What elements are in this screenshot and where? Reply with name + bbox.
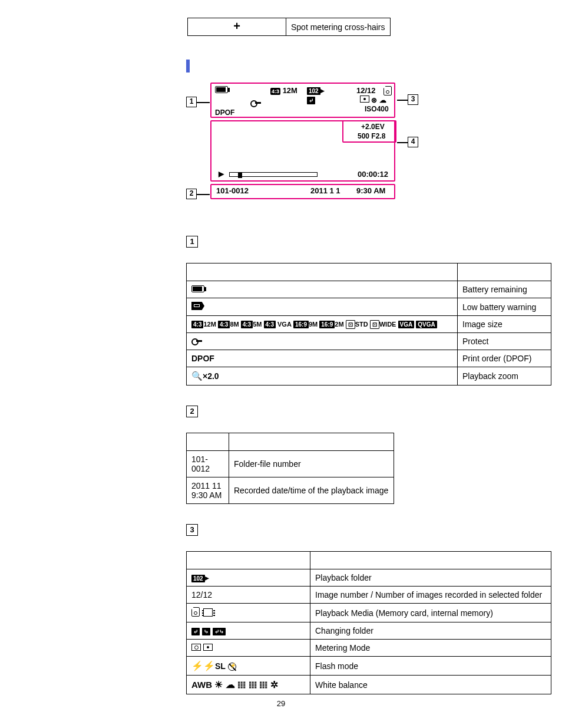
flash-mode-icons: ⚡⚡SL xyxy=(187,657,310,676)
page-number: 29 xyxy=(12,699,550,708)
clock: 9:30 AM xyxy=(356,186,385,195)
changing-folder-icon: ⤶ xyxy=(307,95,315,104)
playback-media-desc: Playback Media (Memory card, internal me… xyxy=(310,604,551,622)
image-size-label: 4:3 12M xyxy=(270,86,297,95)
play-icon: ▶ xyxy=(219,170,224,178)
playback-screen-diagram: 1 2 3 4 4:3 12M 102▸ 12/12 ⤶ ⊛ ☁ ISO400 … xyxy=(186,80,410,210)
dpof-desc: Print order (DPOF) xyxy=(458,350,551,367)
elapsed-time: 00:00:12 xyxy=(358,170,388,179)
protect-icon xyxy=(250,99,261,108)
date: 2011 1 1 xyxy=(310,186,340,195)
callout-2: 2 xyxy=(186,189,197,199)
white-balance-desc: White balance xyxy=(310,676,551,694)
callout-4: 4 xyxy=(408,137,418,147)
folder-file: 101-0012 xyxy=(216,186,249,195)
dpof-cell: DPOF xyxy=(187,350,458,367)
protect-icon-cell xyxy=(187,333,458,350)
progress-bar xyxy=(229,172,318,177)
datetime-desc: Recorded date/time of the playback image xyxy=(229,477,394,504)
zoom-desc: Playback zoom xyxy=(458,367,551,386)
callout-3: 3 xyxy=(408,94,418,105)
metering-mode-desc: Metering Mode xyxy=(310,640,551,657)
battery-desc: Battery remaining xyxy=(458,281,551,298)
low-battery-icon-cell xyxy=(187,298,458,316)
low-battery-desc: Low battery warning xyxy=(458,298,551,316)
section-marker xyxy=(186,60,190,73)
flash-mode-desc: Flash mode xyxy=(310,657,551,676)
section-1-table: Battery remaining Low battery warning 4:… xyxy=(186,263,551,386)
metering-flash-icons: ⊛ ☁ xyxy=(358,95,386,104)
dpof-label: DPOF xyxy=(215,108,234,117)
spot-metering-row: + Spot metering cross-hairs xyxy=(187,18,391,36)
protect-desc: Protect xyxy=(458,333,551,350)
folder-icon: 102▸ xyxy=(307,86,325,95)
changing-folder-icons: ⤶ ⤷ ⤶⤷ xyxy=(187,622,310,640)
battery-icon-cell xyxy=(187,281,458,298)
section-2-marker: 2 xyxy=(186,406,198,417)
image-number-value: 12/12 xyxy=(187,587,310,604)
ev-label: +2.0EV xyxy=(361,123,385,131)
folder-file-value: 101-0012 xyxy=(187,451,229,477)
image-size-icons: 4:312M 4:38M 4:35M 4:3 VGA 16:99M 16:92M… xyxy=(187,316,458,333)
spot-metering-desc: Spot metering cross-hairs xyxy=(286,18,391,36)
metering-mode-icons xyxy=(187,640,310,657)
folder-file-desc: Folder-file number xyxy=(229,451,394,477)
zoom-cell: 🔍×2.0 xyxy=(187,367,458,386)
callout-1: 1 xyxy=(186,97,197,107)
section-3-table: 102▸ Playback folder 12/12 Image number … xyxy=(186,551,551,694)
changing-folder-desc: Changing folder xyxy=(310,622,551,640)
section-2-table: 101-0012 Folder-file number 2011 11 9:30… xyxy=(186,433,394,504)
section-1-marker: 1 xyxy=(186,236,198,248)
playback-folder-desc: Playback folder xyxy=(310,569,551,587)
white-balance-icons: AWB ☀ ☁ 𝍖 𝍖 𝍖 ✲ xyxy=(187,676,310,694)
iso-label: ISO400 xyxy=(365,105,389,113)
datetime-value: 2011 11 9:30 AM xyxy=(187,477,229,504)
image-size-desc: Image size xyxy=(458,316,551,333)
image-number-desc: Image number / Number of images recorded… xyxy=(310,587,551,604)
battery-icon xyxy=(215,86,228,95)
image-count: 12/12 xyxy=(356,86,376,95)
playback-folder-icon: 102▸ xyxy=(187,569,310,587)
section-3-marker: 3 xyxy=(186,524,198,536)
crosshair-icon: + xyxy=(188,18,286,36)
shutter-label: 500 F2.8 xyxy=(358,132,385,140)
playback-media-icons xyxy=(187,604,310,622)
